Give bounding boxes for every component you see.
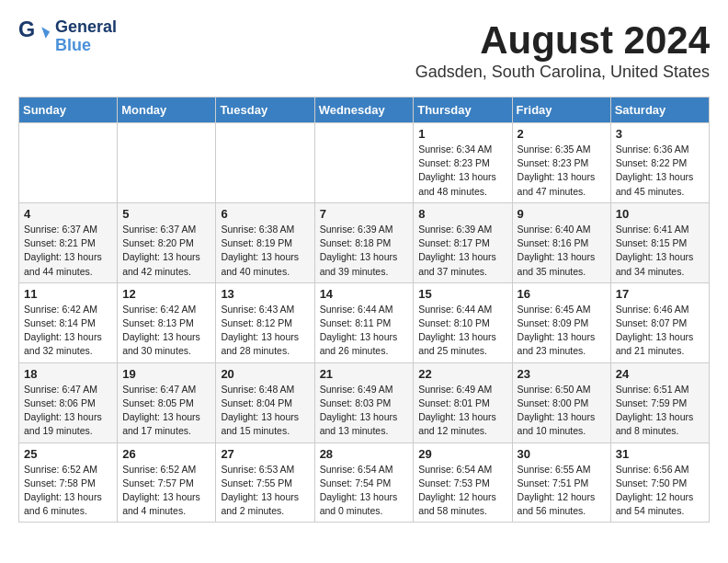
calendar-cell: 20Sunrise: 6:48 AM Sunset: 8:04 PM Dayli… — [216, 362, 314, 442]
calendar-cell — [118, 123, 216, 203]
day-info: Sunrise: 6:49 AM Sunset: 8:01 PM Dayligh… — [418, 383, 506, 439]
day-number: 15 — [418, 287, 506, 301]
calendar-cell: 7Sunrise: 6:39 AM Sunset: 8:18 PM Daylig… — [314, 202, 414, 282]
day-number: 2 — [518, 127, 606, 141]
day-info: Sunrise: 6:41 AM Sunset: 8:15 PM Dayligh… — [616, 223, 704, 279]
calendar-cell: 14Sunrise: 6:44 AM Sunset: 8:11 PM Dayli… — [314, 282, 414, 362]
calendar-cell: 12Sunrise: 6:42 AM Sunset: 8:13 PM Dayli… — [118, 282, 216, 362]
day-info: Sunrise: 6:52 AM Sunset: 7:58 PM Dayligh… — [24, 463, 112, 519]
day-number: 13 — [221, 287, 309, 301]
day-info: Sunrise: 6:48 AM Sunset: 8:04 PM Dayligh… — [221, 383, 309, 439]
calendar-cell: 4Sunrise: 6:37 AM Sunset: 8:21 PM Daylig… — [19, 202, 118, 282]
weekday-header-monday: Monday — [118, 98, 216, 123]
day-number: 16 — [518, 287, 606, 301]
calendar-cell: 25Sunrise: 6:52 AM Sunset: 7:58 PM Dayli… — [19, 442, 118, 523]
day-number: 1 — [418, 127, 506, 141]
calendar-cell: 10Sunrise: 6:41 AM Sunset: 8:15 PM Dayli… — [610, 202, 709, 282]
day-info: Sunrise: 6:55 AM Sunset: 7:51 PM Dayligh… — [518, 463, 606, 519]
day-number: 9 — [518, 207, 606, 221]
day-number: 24 — [616, 367, 704, 381]
calendar-cell: 16Sunrise: 6:45 AM Sunset: 8:09 PM Dayli… — [512, 282, 610, 362]
calendar-cell — [314, 123, 414, 203]
day-number: 22 — [418, 367, 506, 381]
day-info: Sunrise: 6:47 AM Sunset: 8:06 PM Dayligh… — [24, 383, 112, 439]
day-info: Sunrise: 6:35 AM Sunset: 8:23 PM Dayligh… — [518, 143, 606, 199]
day-info: Sunrise: 6:44 AM Sunset: 8:10 PM Dayligh… — [418, 303, 506, 359]
month-title: August 2024 — [415, 18, 710, 63]
weekday-header-tuesday: Tuesday — [216, 98, 314, 123]
day-number: 26 — [122, 447, 210, 461]
day-number: 6 — [221, 207, 309, 221]
day-info: Sunrise: 6:49 AM Sunset: 8:03 PM Dayligh… — [320, 383, 409, 439]
weekday-header-wednesday: Wednesday — [314, 98, 414, 123]
day-number: 21 — [320, 367, 409, 381]
calendar-week-4: 18Sunrise: 6:47 AM Sunset: 8:06 PM Dayli… — [19, 362, 710, 442]
calendar-cell: 18Sunrise: 6:47 AM Sunset: 8:06 PM Dayli… — [19, 362, 118, 442]
weekday-header-thursday: Thursday — [414, 98, 512, 123]
day-info: Sunrise: 6:51 AM Sunset: 7:59 PM Dayligh… — [616, 383, 704, 439]
weekday-header-row: SundayMondayTuesdayWednesdayThursdayFrid… — [19, 98, 710, 123]
calendar-cell: 24Sunrise: 6:51 AM Sunset: 7:59 PM Dayli… — [610, 362, 709, 442]
day-number: 7 — [320, 207, 409, 221]
logo-icon: G — [18, 20, 51, 53]
day-info: Sunrise: 6:56 AM Sunset: 7:50 PM Dayligh… — [616, 463, 704, 519]
day-info: Sunrise: 6:42 AM Sunset: 8:14 PM Dayligh… — [24, 303, 112, 359]
calendar-cell: 6Sunrise: 6:38 AM Sunset: 8:19 PM Daylig… — [216, 202, 314, 282]
day-info: Sunrise: 6:52 AM Sunset: 7:57 PM Dayligh… — [122, 463, 210, 519]
day-number: 11 — [24, 287, 112, 301]
day-number: 12 — [122, 287, 210, 301]
calendar-cell — [19, 123, 118, 203]
weekday-header-sunday: Sunday — [19, 98, 118, 123]
day-number: 25 — [24, 447, 112, 461]
day-number: 14 — [320, 287, 409, 301]
day-info: Sunrise: 6:34 AM Sunset: 8:23 PM Dayligh… — [418, 143, 506, 199]
day-info: Sunrise: 6:46 AM Sunset: 8:07 PM Dayligh… — [616, 303, 704, 359]
day-number: 23 — [518, 367, 606, 381]
calendar-cell: 17Sunrise: 6:46 AM Sunset: 8:07 PM Dayli… — [610, 282, 709, 362]
calendar-cell: 22Sunrise: 6:49 AM Sunset: 8:01 PM Dayli… — [414, 362, 512, 442]
day-info: Sunrise: 6:39 AM Sunset: 8:17 PM Dayligh… — [418, 223, 506, 279]
day-info: Sunrise: 6:47 AM Sunset: 8:05 PM Dayligh… — [122, 383, 210, 439]
day-number: 10 — [616, 207, 704, 221]
day-number: 27 — [221, 447, 309, 461]
day-number: 28 — [320, 447, 409, 461]
calendar-cell: 5Sunrise: 6:37 AM Sunset: 8:20 PM Daylig… — [118, 202, 216, 282]
calendar-cell: 15Sunrise: 6:44 AM Sunset: 8:10 PM Dayli… — [414, 282, 512, 362]
day-number: 20 — [221, 367, 309, 381]
calendar-week-3: 11Sunrise: 6:42 AM Sunset: 8:14 PM Dayli… — [19, 282, 710, 362]
page-header: G General Blue August 2024 Gadsden, Sout… — [18, 18, 710, 82]
day-info: Sunrise: 6:40 AM Sunset: 8:16 PM Dayligh… — [518, 223, 606, 279]
day-number: 17 — [616, 287, 704, 301]
calendar-cell: 13Sunrise: 6:43 AM Sunset: 8:12 PM Dayli… — [216, 282, 314, 362]
day-number: 18 — [24, 367, 112, 381]
day-info: Sunrise: 6:38 AM Sunset: 8:19 PM Dayligh… — [221, 223, 309, 279]
calendar-week-2: 4Sunrise: 6:37 AM Sunset: 8:21 PM Daylig… — [19, 202, 710, 282]
calendar-cell: 31Sunrise: 6:56 AM Sunset: 7:50 PM Dayli… — [610, 442, 709, 523]
day-number: 4 — [24, 207, 112, 221]
logo-line2: Blue — [55, 37, 117, 55]
day-info: Sunrise: 6:44 AM Sunset: 8:11 PM Dayligh… — [320, 303, 409, 359]
calendar-cell: 30Sunrise: 6:55 AM Sunset: 7:51 PM Dayli… — [512, 442, 610, 523]
calendar-cell: 29Sunrise: 6:54 AM Sunset: 7:53 PM Dayli… — [414, 442, 512, 523]
title-block: August 2024 Gadsden, South Carolina, Uni… — [415, 18, 710, 82]
calendar-cell: 9Sunrise: 6:40 AM Sunset: 8:16 PM Daylig… — [512, 202, 610, 282]
day-number: 31 — [616, 447, 704, 461]
day-number: 5 — [122, 207, 210, 221]
day-info: Sunrise: 6:54 AM Sunset: 7:53 PM Dayligh… — [418, 463, 506, 519]
day-info: Sunrise: 6:53 AM Sunset: 7:55 PM Dayligh… — [221, 463, 309, 519]
calendar-week-1: 1Sunrise: 6:34 AM Sunset: 8:23 PM Daylig… — [19, 123, 710, 203]
calendar-cell: 27Sunrise: 6:53 AM Sunset: 7:55 PM Dayli… — [216, 442, 314, 523]
day-info: Sunrise: 6:37 AM Sunset: 8:21 PM Dayligh… — [24, 223, 112, 279]
day-info: Sunrise: 6:39 AM Sunset: 8:18 PM Dayligh… — [320, 223, 409, 279]
calendar-cell: 3Sunrise: 6:36 AM Sunset: 8:22 PM Daylig… — [610, 123, 709, 203]
calendar-week-5: 25Sunrise: 6:52 AM Sunset: 7:58 PM Dayli… — [19, 442, 710, 523]
calendar-cell: 26Sunrise: 6:52 AM Sunset: 7:57 PM Dayli… — [118, 442, 216, 523]
calendar-cell: 23Sunrise: 6:50 AM Sunset: 8:00 PM Dayli… — [512, 362, 610, 442]
calendar-cell: 28Sunrise: 6:54 AM Sunset: 7:54 PM Dayli… — [314, 442, 414, 523]
calendar-cell: 1Sunrise: 6:34 AM Sunset: 8:23 PM Daylig… — [414, 123, 512, 203]
day-number: 29 — [418, 447, 506, 461]
day-number: 30 — [518, 447, 606, 461]
day-info: Sunrise: 6:37 AM Sunset: 8:20 PM Dayligh… — [122, 223, 210, 279]
calendar-cell: 8Sunrise: 6:39 AM Sunset: 8:17 PM Daylig… — [414, 202, 512, 282]
calendar-cell: 21Sunrise: 6:49 AM Sunset: 8:03 PM Dayli… — [314, 362, 414, 442]
